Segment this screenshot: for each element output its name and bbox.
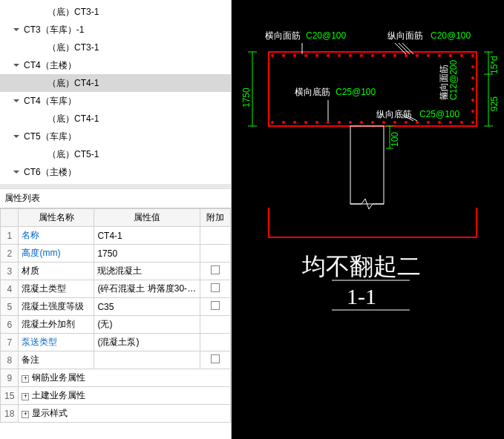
lower-bracket — [269, 208, 477, 237]
svg-point-0 — [271, 54, 274, 57]
tree-item[interactable]: CT4（车库） — [0, 92, 231, 110]
tree-panel: （底）CT3-1CT3（车库）-1（底）CT3-1CT4（主楼）（底）CT4-1… — [0, 0, 231, 184]
prop-value[interactable]: (无) — [94, 316, 200, 334]
prop-extra — [200, 334, 231, 351]
prop-value[interactable]: C35 — [94, 298, 200, 316]
tree-item[interactable]: （底）CT5-1 — [0, 145, 231, 163]
prop-value[interactable] — [94, 351, 200, 369]
svg-point-38 — [471, 65, 474, 68]
svg-point-23 — [315, 121, 318, 124]
prop-value[interactable]: (碎石混凝土 坍落度30-5... — [94, 280, 200, 298]
prop-value[interactable]: 1750 — [94, 245, 200, 263]
tree-item[interactable]: CT6（主楼） — [0, 163, 231, 181]
row-idx: 2 — [1, 245, 19, 263]
svg-point-11 — [393, 54, 396, 57]
dim-bottom-small: 100 — [390, 132, 400, 147]
expand-icon[interactable]: + — [22, 393, 29, 400]
property-row[interactable]: 3材质现浇混凝土 — [1, 263, 231, 280]
header-idx — [1, 209, 19, 227]
caret-spacer — [36, 43, 45, 52]
tree-item[interactable]: CT3（车库）-1 — [0, 21, 231, 39]
property-row[interactable]: 1名称CT4-1 — [1, 227, 231, 245]
prop-value[interactable]: CT4-1 — [94, 227, 200, 245]
checkbox-icon[interactable] — [211, 301, 220, 310]
checkbox-icon[interactable] — [211, 354, 220, 363]
caret-down-icon[interactable] — [12, 168, 21, 176]
property-row[interactable]: 2高度(mm)1750 — [1, 245, 231, 263]
prop-extra[interactable] — [200, 351, 231, 369]
expand-icon[interactable]: + — [22, 375, 29, 383]
svg-point-27 — [360, 121, 363, 124]
prop-extra[interactable] — [200, 263, 231, 280]
prop-value[interactable]: (混凝土泵) — [94, 334, 200, 351]
svg-point-6 — [338, 54, 341, 57]
group-label: 显示样式 — [32, 408, 68, 418]
tree-item[interactable]: （底）CT3-1 — [0, 39, 231, 56]
expand-icon[interactable]: + — [22, 411, 29, 418]
property-row[interactable]: 8备注 — [1, 351, 231, 369]
row-idx: 8 — [1, 351, 19, 369]
svg-point-37 — [471, 121, 474, 124]
dim-height: 1750 — [241, 88, 252, 108]
group-cell[interactable]: +显示样式 — [19, 405, 231, 423]
checkbox-icon[interactable] — [211, 283, 220, 292]
caret-spacer — [36, 7, 45, 16]
svg-point-40 — [471, 88, 474, 90]
row-idx: 6 — [1, 316, 19, 334]
prop-name: 混凝土类型 — [19, 280, 94, 298]
caret-down-icon[interactable] — [12, 132, 21, 141]
row-idx: 3 — [1, 263, 19, 280]
svg-point-17 — [460, 54, 463, 57]
property-row[interactable]: 4混凝土类型(碎石混凝土 坍落度30-5... — [1, 280, 231, 298]
header-name: 属性名称 — [19, 209, 94, 227]
tree-item[interactable]: （底）CT4-1 — [0, 110, 231, 128]
prop-value[interactable]: 现浇混凝土 — [94, 263, 200, 280]
tree-item-label: CT5（车库） — [24, 131, 76, 143]
prop-extra[interactable] — [200, 280, 231, 298]
group-label: 土建业务属性 — [32, 390, 85, 400]
drawing-title2: 1-1 — [347, 284, 376, 308]
drawing-title1: 均不翻起二 — [301, 253, 421, 280]
group-cell[interactable]: +土建业务属性 — [19, 387, 231, 405]
svg-point-1 — [282, 54, 285, 57]
caret-down-icon[interactable] — [12, 61, 21, 70]
prop-extra — [200, 227, 231, 245]
svg-point-34 — [438, 121, 441, 124]
property-row[interactable]: 7泵送类型(混凝土泵) — [1, 334, 231, 351]
svg-point-32 — [416, 121, 419, 124]
svg-point-9 — [371, 54, 374, 57]
row-idx: 1 — [1, 227, 19, 245]
property-group-row[interactable]: 18+显示样式 — [1, 405, 231, 423]
svg-point-33 — [427, 121, 430, 124]
caret-down-icon[interactable] — [12, 96, 21, 105]
tree-item[interactable]: （底）CT3-1 — [0, 3, 231, 21]
rebar-dots-top — [271, 54, 474, 57]
prop-extra[interactable] — [200, 298, 231, 316]
svg-point-21 — [293, 121, 296, 124]
svg-point-41 — [471, 99, 474, 102]
label-top-left: 横向面筋 — [265, 30, 301, 41]
svg-point-28 — [371, 121, 374, 124]
svg-point-30 — [393, 121, 396, 124]
svg-point-15 — [438, 54, 441, 57]
svg-point-8 — [360, 54, 363, 57]
property-row[interactable]: 6混凝土外加剂(无) — [1, 316, 231, 334]
row-idx: 7 — [1, 334, 19, 351]
label-mid-right: 纵向底筋 — [376, 109, 412, 119]
rebar-dots-side — [471, 65, 474, 113]
property-row[interactable]: 5混凝土强度等级C35 — [1, 298, 231, 316]
svg-point-25 — [338, 121, 341, 124]
tree-item[interactable]: CT4（主楼） — [0, 56, 231, 74]
checkbox-icon[interactable] — [211, 265, 220, 274]
drawing-viewport[interactable]: 横向面筋 C20@100 纵向面筋 C20@100 横向底筋 C25@100 纵… — [232, 0, 504, 439]
property-group-row[interactable]: 9+钢筋业务属性 — [1, 369, 231, 387]
svg-point-26 — [349, 121, 352, 124]
property-group-row[interactable]: 15+土建业务属性 — [1, 387, 231, 405]
tree-item[interactable]: CT5（车库） — [0, 128, 231, 145]
group-cell[interactable]: +钢筋业务属性 — [19, 369, 231, 387]
row-idx: 9 — [1, 369, 19, 387]
tree-item[interactable]: （底）CT4-1 — [0, 74, 231, 92]
spec-mid-right: C25@100 — [419, 109, 460, 119]
caret-down-icon[interactable] — [12, 25, 21, 34]
group-label: 钢筋业务属性 — [32, 372, 85, 383]
